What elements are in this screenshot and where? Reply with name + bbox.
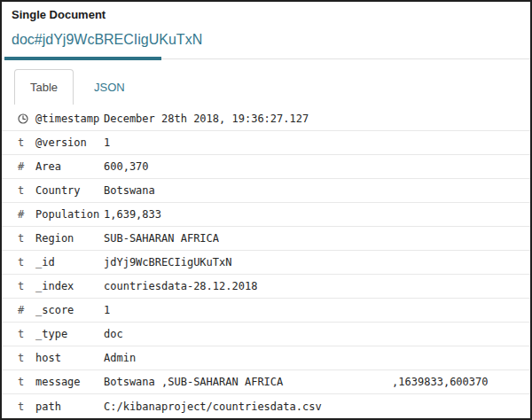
doc-table: @timestamp December 28th 2018, 19:36:27.… [2,107,530,418]
string-type-icon: t [18,352,35,364]
view-tabs: Table JSON [14,69,530,105]
field-name: message [35,376,104,388]
number-type-icon: # [18,160,35,173]
field-value: countriesdata-28.12.2018 [104,280,257,292]
number-type-icon: # [18,304,35,316]
table-row: t @version 1 [2,131,530,155]
field-name: _id [35,256,104,268]
field-value: jdYj9WcBRECIigUKuTxN [104,256,232,268]
table-row: t path C:/kibanaproject/countriesdata.cs… [2,394,530,418]
field-name: @timestamp [35,113,104,125]
tab-json-label: JSON [94,81,125,94]
string-type-icon: t [18,376,35,388]
single-document-panel: Single Document doc#jdYj9WcBRECIigUKuTxN… [0,0,532,420]
field-value: 1,639,833 [104,208,161,221]
table-row: t Country Botswana [2,179,530,203]
tab-table[interactable]: Table [14,69,74,105]
table-row: t Region SUB-SAHARAN AFRICA [2,227,530,251]
table-row: t _index countriesdata-28.12.2018 [2,275,530,299]
string-type-icon: t [18,136,35,149]
field-value: 1 [104,304,110,316]
table-row: # Area 600,370 [2,155,530,179]
string-type-icon: t [18,256,35,268]
string-type-icon: t [18,232,35,245]
string-type-icon: t [18,184,35,197]
table-row: # Population 1,639,833 [2,203,530,227]
tab-table-label: Table [30,81,58,94]
field-value: Admin [104,352,136,364]
number-type-icon: # [18,208,35,221]
field-value: C:/kibanaproject/countriesdata.csv [104,401,322,413]
field-name: path [35,401,104,413]
field-name: Country [35,184,104,197]
field-value: Botswana [104,184,155,197]
doc-id-heading: doc#jdYj9WcBRECIigUKuTxN [12,31,521,48]
field-value: 600,370 [104,160,149,173]
string-type-icon: t [18,280,35,292]
heading-divider [2,53,530,59]
field-name: Population [35,208,104,221]
page-title: Single Document [12,8,521,21]
field-value: December 28th 2018, 19:36:27.127 [104,113,309,125]
field-value: Botswana ,SUB-SAHARAN AFRICA ,1639833,60… [104,376,488,388]
field-name: _type [35,328,104,340]
table-row: t _id jdYj9WcBRECIigUKuTxN [2,251,530,275]
field-value: doc [104,328,123,340]
field-name: _score [35,304,104,316]
field-value: 1 [104,136,110,149]
field-name: @version [35,136,104,149]
table-row: t host Admin [2,346,530,370]
heading-underline [4,57,161,60]
table-row: @timestamp December 28th 2018, 19:36:27.… [2,107,530,131]
string-type-icon: t [18,328,35,340]
field-name: _index [35,280,104,292]
table-row: t message Botswana ,SUB-SAHARAN AFRICA ,… [2,370,530,394]
string-type-icon: t [18,401,35,413]
clock-icon [18,113,35,124]
table-row: t _type doc [2,323,530,346]
field-name: Region [35,232,104,245]
field-name: Area [35,160,104,173]
table-row: # _score 1 [2,299,530,323]
panel-header: Single Document doc#jdYj9WcBRECIigUKuTxN [2,2,530,48]
field-value: SUB-SAHARAN AFRICA [104,232,219,245]
field-name: host [35,352,104,364]
tab-json[interactable]: JSON [80,69,139,105]
